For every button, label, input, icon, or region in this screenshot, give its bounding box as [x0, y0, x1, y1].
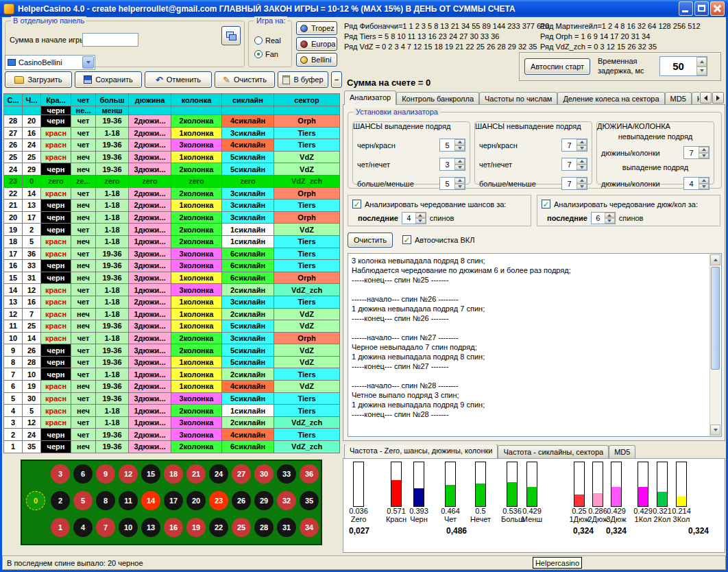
- tab-analyzer-strip-2[interactable]: Контроль банкролла: [396, 92, 479, 105]
- board-number-8[interactable]: 8: [96, 491, 115, 510]
- setting-1-0-value[interactable]: 7: [562, 139, 577, 151]
- detach-button[interactable]: [221, 26, 241, 45]
- setting-1-2-value[interactable]: 7: [562, 178, 577, 189]
- setting-1-0-down-icon[interactable]: [577, 145, 587, 152]
- board-number-28[interactable]: 28: [254, 518, 274, 537]
- setting-2a-0-down-icon[interactable]: [699, 153, 709, 159]
- scroll-up-icon[interactable]: [710, 254, 720, 265]
- tab-frequency-strip-1[interactable]: Частота - Zero, шансы, дюжины, колонки: [344, 444, 498, 458]
- setting-2b-0-down-icon[interactable]: [699, 184, 709, 190]
- setting-2a-0-value[interactable]: 7: [684, 147, 699, 158]
- load-button[interactable]: Загрузить: [5, 71, 72, 88]
- tab-analyzer-strip-4[interactable]: Деление колеса на сектора: [557, 92, 664, 105]
- setting-1-2-down-icon[interactable]: [577, 184, 587, 190]
- alternation-chances-spinner[interactable]: 4: [402, 212, 426, 224]
- tab-analyzer-strip-3[interactable]: Частоты по числам: [479, 92, 557, 105]
- casino-europa-button[interactable]: Europa: [296, 37, 337, 51]
- setting-1-1-value[interactable]: 7: [562, 158, 577, 170]
- setting-0-0-up-icon[interactable]: [454, 139, 465, 145]
- board-number-13[interactable]: 13: [141, 518, 160, 537]
- tab-analyzer-strip-5[interactable]: MD5: [665, 92, 692, 105]
- setting-1-1-down-icon[interactable]: [577, 165, 587, 171]
- board-number-12[interactable]: 12: [119, 464, 138, 484]
- casino-select[interactable]: CasinoBellini: [5, 55, 95, 70]
- setting-2b-0-value[interactable]: 4: [684, 178, 699, 189]
- board-number-1[interactable]: 1: [51, 518, 70, 537]
- board-number-26[interactable]: 26: [232, 491, 251, 510]
- delay-down-icon[interactable]: [696, 67, 707, 76]
- delay-up-icon[interactable]: [696, 57, 707, 67]
- board-number-18[interactable]: 18: [164, 464, 183, 484]
- minimize-icon[interactable]: [679, 1, 693, 16]
- alternation-dozens-down-icon[interactable]: [605, 218, 615, 224]
- setting-0-1-value[interactable]: 3: [440, 158, 454, 170]
- board-number-34[interactable]: 34: [300, 518, 319, 537]
- setting-0-1-up-icon[interactable]: [454, 158, 465, 165]
- tab-frequency-strip-2[interactable]: Частота - сиклайны, сектора: [498, 445, 609, 458]
- board-number-22[interactable]: 22: [209, 518, 228, 537]
- setting-0-0-down-icon[interactable]: [454, 145, 465, 152]
- setting-1-0-up-icon[interactable]: [577, 139, 587, 145]
- log-scrollbar-thumb[interactable]: [711, 267, 720, 370]
- analyzer-clear-button[interactable]: Очистить: [348, 233, 393, 248]
- tab-analyzer-strip-1[interactable]: Анализатор: [344, 91, 396, 105]
- alternation-chances-value[interactable]: 4: [402, 213, 415, 224]
- alternation-dozens-value[interactable]: 6: [592, 213, 605, 224]
- board-number-33[interactable]: 33: [277, 464, 296, 484]
- casino-tropez-button[interactable]: Tropez: [296, 21, 337, 35]
- board-number-36[interactable]: 36: [300, 464, 319, 484]
- setting-1-1-spinner[interactable]: 7: [561, 158, 587, 171]
- setting-0-2-value[interactable]: 5: [440, 178, 454, 189]
- alternation-chances-up-icon[interactable]: [415, 213, 426, 218]
- board-number-6[interactable]: 6: [73, 464, 93, 484]
- setting-0-0-value[interactable]: 5: [440, 139, 454, 151]
- tab-frequency-strip-3[interactable]: MD5: [609, 445, 635, 458]
- setting-0-2-up-icon[interactable]: [454, 178, 465, 184]
- setting-0-1-down-icon[interactable]: [454, 165, 465, 171]
- board-number-17[interactable]: 17: [164, 491, 183, 510]
- board-number-19[interactable]: 19: [186, 518, 206, 537]
- board-number-21[interactable]: 21: [186, 464, 206, 484]
- start-sum-input[interactable]: [82, 33, 138, 47]
- maximize-icon[interactable]: [694, 1, 709, 16]
- board-number-14[interactable]: 14: [141, 491, 160, 510]
- setting-1-1-up-icon[interactable]: [577, 158, 587, 165]
- setting-1-2-spinner[interactable]: 7: [561, 177, 587, 190]
- close-icon[interactable]: [710, 1, 725, 16]
- setting-0-0-spinner[interactable]: 5: [439, 139, 465, 152]
- radio-real-circle[interactable]: [254, 36, 263, 45]
- save-button[interactable]: Сохранить: [75, 71, 142, 88]
- setting-2a-0-up-icon[interactable]: [699, 147, 709, 153]
- board-number-9[interactable]: 9: [96, 464, 115, 484]
- tab-analyzer-strip-6[interactable]: Ко: [692, 92, 699, 105]
- board-number-10[interactable]: 10: [119, 518, 138, 537]
- board-number-2[interactable]: 2: [51, 491, 70, 510]
- board-number-3[interactable]: 3: [51, 464, 70, 484]
- autoclear-checkbox[interactable]: ✓: [402, 235, 411, 244]
- setting-1-0-spinner[interactable]: 7: [561, 139, 587, 152]
- board-number-32[interactable]: 32: [277, 491, 296, 510]
- alternation-chances-down-icon[interactable]: [415, 218, 426, 224]
- buffer-button[interactable]: В буфер: [278, 71, 328, 88]
- board-number-30[interactable]: 30: [254, 464, 274, 484]
- clear-button[interactable]: ✎ Очистить: [215, 71, 275, 88]
- delay-value[interactable]: 50: [660, 57, 696, 75]
- chevron-down-icon[interactable]: [82, 56, 94, 69]
- board-number-7[interactable]: 7: [96, 518, 115, 537]
- board-number-0[interactable]: 0: [26, 491, 45, 510]
- setting-0-2-down-icon[interactable]: [454, 184, 465, 190]
- setting-1-2-up-icon[interactable]: [577, 178, 587, 184]
- board-number-29[interactable]: 29: [254, 491, 274, 510]
- board-number-31[interactable]: 31: [277, 518, 296, 537]
- alternation-chances-checkbox[interactable]: ✓: [352, 200, 361, 208]
- alternation-dozens-checkbox[interactable]: ✓: [542, 200, 550, 208]
- board-number-27[interactable]: 27: [232, 464, 251, 484]
- board-number-20[interactable]: 20: [186, 491, 206, 510]
- board-number-16[interactable]: 16: [164, 518, 183, 537]
- setting-0-2-spinner[interactable]: 5: [439, 177, 465, 190]
- board-number-23[interactable]: 23: [209, 491, 228, 510]
- setting-2b-0-spinner[interactable]: 4: [683, 177, 709, 190]
- board-number-24[interactable]: 24: [209, 464, 228, 484]
- tab-scroll-left-button[interactable]: [700, 92, 712, 104]
- log-scrollbar[interactable]: [709, 254, 720, 436]
